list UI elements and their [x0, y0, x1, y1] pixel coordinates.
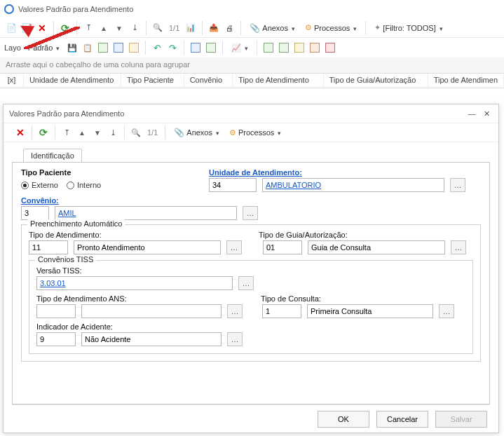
tipo-guia-code-input[interactable]: [263, 240, 302, 254]
new-button[interactable]: [4, 21, 18, 35]
tipo-guia-lookup-button[interactable]: [451, 240, 466, 254]
next-icon: [116, 24, 123, 32]
dlg-next-button[interactable]: [90, 125, 104, 139]
save-button[interactable]: Salvar: [435, 411, 487, 428]
atend-ans-name-input[interactable]: [81, 304, 222, 318]
pane-4-button[interactable]: [308, 41, 322, 55]
layout-dropdown[interactable]: Padrão: [24, 40, 64, 55]
dlg-processos-dropdown[interactable]: Processos: [225, 125, 285, 140]
tipo-consulta-lookup-button[interactable]: [439, 304, 454, 318]
delete-button[interactable]: ✕: [35, 21, 49, 35]
tipo-consulta-name-input[interactable]: [307, 304, 433, 318]
layout-toolbar: Layo Padrão: [0, 38, 504, 57]
indicador-lookup-button[interactable]: [227, 332, 243, 346]
next-button[interactable]: [112, 21, 126, 35]
pane-2-button[interactable]: [277, 41, 291, 55]
chevron-down-icon: [290, 24, 295, 32]
layout-d-button[interactable]: [189, 41, 203, 55]
layout-e-button[interactable]: [204, 41, 218, 55]
undo-button[interactable]: [150, 41, 164, 55]
versao-lookup-button[interactable]: [238, 276, 254, 290]
atend-ans-lookup-button[interactable]: [227, 304, 243, 318]
pane-1-button[interactable]: [261, 41, 275, 55]
save-layout-button[interactable]: [65, 41, 79, 55]
atend-ans-code-input[interactable]: [36, 304, 76, 318]
chart-dropdown[interactable]: [227, 40, 252, 55]
layout-a-button[interactable]: [96, 41, 110, 55]
col-tipo-guia[interactable]: Tipo de Guia/Autorização: [324, 74, 428, 88]
convenio-name-input[interactable]: [55, 206, 237, 220]
last-button[interactable]: [128, 21, 142, 35]
dialog-button-bar: OK Cancelar Salvar: [12, 404, 490, 432]
export-button[interactable]: [207, 21, 221, 35]
layout-b-button[interactable]: [111, 41, 125, 55]
pane-3-button[interactable]: [292, 41, 306, 55]
dlg-first-button[interactable]: [60, 125, 74, 139]
edit-button[interactable]: [20, 21, 34, 35]
tipo-atend-code-input[interactable]: [29, 240, 68, 254]
tipo-consulta-label: Tipo de Consulta:: [261, 294, 321, 303]
tipo-consulta-code-input[interactable]: [262, 304, 301, 318]
col-tipo-paciente[interactable]: Tipo Paciente: [121, 74, 184, 88]
first-button[interactable]: [81, 21, 95, 35]
dlg-anexos-dropdown[interactable]: Anexos: [170, 125, 224, 140]
minimize-button[interactable]: —: [465, 109, 478, 118]
unidade-lookup-button[interactable]: [450, 178, 465, 192]
convenio-lookup-button[interactable]: [243, 206, 258, 220]
first-icon: [86, 23, 92, 32]
externo-label: Externo: [32, 181, 58, 189]
pane-5-icon: [325, 43, 335, 53]
copy-layout-button[interactable]: [81, 41, 95, 55]
tipo-atend-lookup-button[interactable]: [226, 240, 242, 254]
grid-icon: [186, 23, 196, 32]
tipo-paciente-label: Tipo Paciente: [21, 168, 71, 177]
filter-icon: [374, 23, 381, 32]
dlg-refresh-button[interactable]: ⟳: [36, 125, 50, 139]
col-tipo-atend[interactable]: Tipo de Atendimento: [233, 74, 323, 88]
dlg-find-button[interactable]: [129, 125, 143, 139]
close-button[interactable]: ✕: [480, 109, 493, 118]
print-icon: [226, 24, 233, 32]
ok-button[interactable]: OK: [318, 411, 369, 428]
find-button[interactable]: [151, 21, 165, 35]
indicador-name-input[interactable]: [81, 332, 222, 346]
chevron-down-icon: [276, 128, 281, 137]
dlg-delete-button[interactable]: ✕: [13, 125, 27, 139]
col-convenio[interactable]: Convênio: [184, 74, 233, 88]
radio-interno[interactable]: Interno: [67, 181, 101, 189]
redo-button[interactable]: [165, 41, 179, 55]
refresh-button[interactable]: ⟳: [58, 21, 72, 35]
processos-dropdown[interactable]: Processos: [301, 20, 361, 36]
chevron-down-icon: [55, 43, 60, 52]
anexos-dropdown[interactable]: Anexos: [245, 20, 299, 36]
pager-text: 1/1: [169, 24, 179, 32]
layout-c-button[interactable]: [127, 41, 141, 55]
tipo-atend-name-input[interactable]: [74, 240, 221, 254]
dlg-last-button[interactable]: [106, 125, 120, 139]
unidade-name-input[interactable]: [262, 178, 444, 192]
convenio-code-input[interactable]: [21, 206, 49, 220]
unidade-code-input[interactable]: [209, 178, 257, 192]
interno-label: Interno: [77, 181, 101, 189]
tab-identificacao[interactable]: Identificação: [23, 149, 82, 162]
prev-button[interactable]: [97, 21, 111, 35]
col-unidade[interactable]: Unidade de Atendimento: [24, 74, 121, 88]
cancel-button[interactable]: Cancelar: [376, 411, 428, 428]
pane-5-button[interactable]: [323, 41, 337, 55]
grid-button[interactable]: [184, 21, 198, 35]
edit-icon: [22, 23, 32, 33]
radio-externo[interactable]: Externo: [21, 181, 58, 189]
col-tipo-atend2[interactable]: Tipo de Atendimen: [428, 74, 504, 88]
copy-icon: [83, 43, 93, 53]
dlg-prev-button[interactable]: [75, 125, 89, 139]
filtro-dropdown[interactable]: [Filtro: TODOS]: [370, 20, 447, 36]
col-x[interactable]: [x]: [0, 74, 24, 88]
versao-input[interactable]: [36, 276, 233, 290]
chart-icon: [231, 43, 241, 53]
indicador-code-input[interactable]: [36, 332, 76, 346]
chevron-down-icon: [352, 24, 357, 32]
print-button[interactable]: [222, 21, 236, 35]
tiss-group-title: Convênios TISS: [35, 255, 96, 264]
convenio-label: Convênio:: [21, 196, 59, 205]
tipo-guia-name-input[interactable]: [308, 240, 445, 254]
